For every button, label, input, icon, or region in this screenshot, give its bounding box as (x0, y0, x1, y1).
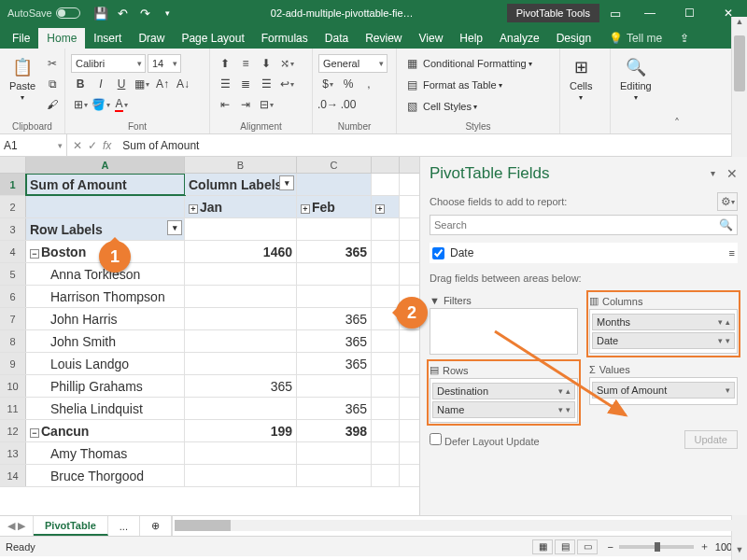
select-all-button[interactable] (0, 157, 26, 173)
tab-page-layout[interactable]: Page Layout (173, 28, 252, 49)
close-pane-icon[interactable]: ✕ (726, 166, 738, 181)
cell-styles-button[interactable]: ▧Cell Styles ▾ (402, 97, 532, 116)
chip-sum-amount[interactable]: Sum of Amount▾ (592, 382, 735, 399)
tab-data[interactable]: Data (317, 28, 357, 49)
pane-dropdown-icon[interactable]: ▾ (711, 168, 715, 178)
tab-draw[interactable]: Draw (130, 28, 173, 49)
zoom-slider[interactable] (619, 545, 694, 549)
formula-input[interactable]: Sum of Amount (117, 134, 730, 156)
italic-icon[interactable]: I (92, 75, 110, 93)
tab-view[interactable]: View (411, 28, 452, 49)
collapse-icon[interactable]: − (30, 428, 39, 438)
zoom-in-icon[interactable]: ＋ (699, 539, 710, 553)
field-item-date[interactable]: Date≡ (430, 244, 737, 262)
tell-me[interactable]: 💡 Tell me (599, 28, 671, 49)
tab-analyze[interactable]: Analyze (491, 28, 548, 49)
decrease-font-icon[interactable]: A↓ (174, 75, 192, 93)
indent-dec-icon[interactable]: ⇤ (216, 95, 234, 114)
paste-button[interactable]: 📋Paste▾ (6, 54, 39, 104)
wrap-icon[interactable]: ↩ (277, 75, 296, 93)
tab-review[interactable]: Review (357, 28, 410, 49)
zoom-out-icon[interactable]: − (607, 541, 613, 553)
chip-destination[interactable]: Destination▾ ▴ (432, 383, 575, 399)
chip-date[interactable]: Date▾ ▾ (592, 332, 735, 349)
autosave-toggle[interactable]: AutoSave (0, 7, 88, 19)
worksheet-grid[interactable]: A B C 1 Sum of Amount Column Labels▾ 2 +… (0, 157, 420, 515)
minimize-button[interactable]: ― (631, 0, 669, 26)
collapse-ribbon-icon[interactable]: ˄ (667, 49, 687, 133)
col-header-c[interactable]: C (297, 157, 372, 173)
col-header-b[interactable]: B (185, 157, 297, 173)
align-bot-icon[interactable]: ⬇ (257, 54, 275, 73)
col-header-a[interactable]: A (26, 157, 185, 173)
save-icon[interactable]: 💾 (93, 6, 108, 21)
area-columns[interactable]: ▥Columns Months▾ ▴ Date▾ ▾ (589, 293, 738, 355)
sheet-tab-pivottable[interactable]: PivotTable (34, 516, 108, 536)
share-button[interactable]: ⇪ (671, 28, 698, 49)
currency-icon[interactable]: $ (318, 75, 337, 93)
format-painter-icon[interactable]: 🖌 (43, 95, 62, 114)
percent-icon[interactable]: % (339, 75, 358, 93)
field-search[interactable]: 🔍 (430, 215, 738, 235)
cell-a1[interactable]: Sum of Amount (26, 174, 185, 195)
orientation-icon[interactable]: ⤭ (277, 54, 296, 73)
underline-icon[interactable]: U (112, 75, 131, 93)
tab-design[interactable]: Design (548, 28, 599, 49)
new-sheet-button[interactable]: ⊕ (140, 516, 172, 536)
area-values[interactable]: ΣValues Sum of Amount▾ (589, 362, 738, 423)
cut-icon[interactable]: ✂ (43, 54, 62, 73)
name-box[interactable]: A1 (0, 134, 67, 156)
number-format-combo[interactable]: General (318, 54, 388, 73)
font-size-combo[interactable]: 14 (148, 54, 181, 73)
chip-months[interactable]: Months▾ ▴ (592, 314, 735, 330)
maximize-button[interactable]: ☐ (670, 0, 708, 26)
filter-icon[interactable]: ▾ (167, 220, 182, 235)
defer-layout-checkbox[interactable]: Defer Layout Update (430, 433, 540, 447)
expand-icon[interactable]: + (189, 204, 198, 214)
undo-icon[interactable]: ↶ (116, 6, 131, 21)
enter-formula-icon[interactable]: ✓ (88, 139, 97, 152)
gear-icon[interactable]: ⚙▾ (717, 192, 738, 211)
cell-c1[interactable] (297, 174, 372, 195)
cell-b1[interactable]: Column Labels▾ (185, 174, 297, 195)
col-header-d[interactable] (372, 157, 400, 173)
search-input[interactable] (434, 219, 719, 231)
tab-file[interactable]: File (4, 28, 38, 49)
cells-button[interactable]: ⊞Cells▾ (566, 54, 596, 104)
tab-insert[interactable]: Insert (85, 28, 130, 49)
increase-font-icon[interactable]: A↑ (153, 75, 172, 93)
border-icon[interactable]: ▦ (133, 75, 151, 93)
sheet-nav[interactable]: ◀ ▶ (0, 516, 34, 536)
indent-inc-icon[interactable]: ⇥ (236, 95, 255, 114)
comma-icon[interactable]: , (359, 75, 378, 93)
redo-icon[interactable]: ↷ (138, 6, 153, 21)
horizontal-scrollbar[interactable] (172, 516, 747, 536)
copy-icon[interactable]: ⧉ (43, 75, 62, 93)
align-mid-icon[interactable]: ≡ (236, 54, 255, 73)
view-normal-icon[interactable]: ▦ (532, 539, 553, 554)
view-page-layout-icon[interactable]: ▤ (555, 539, 575, 554)
tab-home[interactable]: Home (38, 28, 85, 49)
border-icon-2[interactable]: ⊞ (71, 95, 90, 114)
view-page-break-icon[interactable]: ▭ (577, 539, 598, 554)
checkbox-date[interactable] (432, 247, 444, 259)
font-color-icon[interactable]: A (112, 95, 131, 114)
bold-icon[interactable]: B (71, 75, 90, 93)
fx-icon[interactable]: fx (103, 139, 111, 152)
format-as-table-button[interactable]: ▤Format as Table ▾ (402, 76, 532, 94)
sheet-tab-more[interactable]: ... (108, 516, 140, 536)
editing-button[interactable]: 🔍Editing▾ (616, 54, 655, 104)
align-left-icon[interactable]: ☰ (216, 75, 234, 93)
area-rows[interactable]: ▤Rows Destination▾ ▴ Name▾ ▾ (430, 362, 578, 423)
cancel-formula-icon[interactable]: ✕ (73, 139, 82, 152)
conditional-formatting-button[interactable]: ▦Conditional Formatting ▾ (402, 54, 532, 73)
tab-help[interactable]: Help (451, 28, 491, 49)
align-right-icon[interactable]: ☰ (257, 75, 275, 93)
fill-color-icon[interactable]: 🪣 (92, 95, 110, 114)
ribbon-display-icon[interactable]: ▭ (599, 6, 631, 21)
qat-dropdown-icon[interactable]: ▾ (161, 6, 176, 21)
align-top-icon[interactable]: ⬆ (216, 54, 234, 73)
chip-name[interactable]: Name▾ ▾ (432, 401, 575, 418)
expand-icon[interactable]: + (301, 204, 310, 214)
expand-icon[interactable]: + (375, 204, 385, 214)
